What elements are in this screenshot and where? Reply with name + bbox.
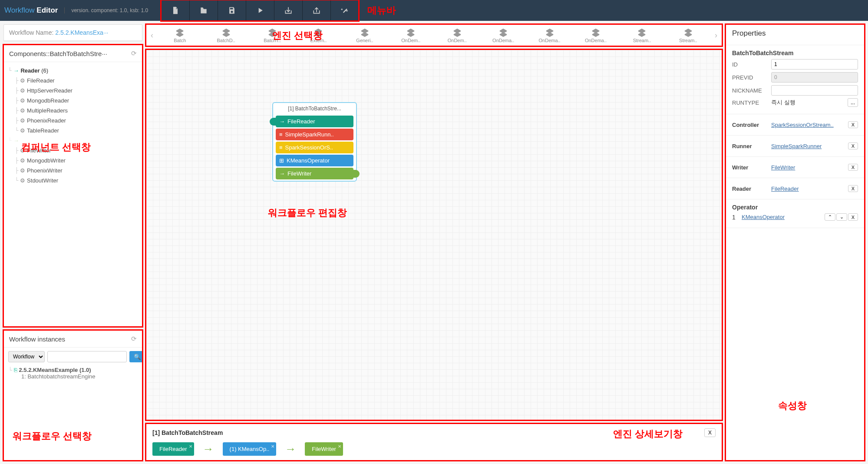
- arrow-icon: →: [285, 442, 296, 456]
- prop-link[interactable]: FileReader: [771, 186, 844, 192]
- open-folder-button[interactable]: [189, 0, 218, 21]
- engine-item[interactable]: OnDema..: [526, 27, 572, 43]
- engine-label: Extern..: [295, 38, 341, 43]
- workflow-name-label: Workflow Name:: [9, 29, 53, 36]
- instances-title: Workflow instances: [9, 335, 65, 343]
- import-button[interactable]: [274, 0, 302, 21]
- workflow-search-input[interactable]: [47, 351, 127, 362]
- engine-prev-button[interactable]: ‹: [148, 31, 156, 40]
- gear-icon: ⚙: [20, 87, 25, 94]
- workflow-instance-item[interactable]: └ ⎘ 2.5.2.KMeansExample (1.0) 1: Batchto…: [8, 367, 138, 380]
- refresh-icon[interactable]: ⟳: [131, 335, 137, 343]
- tree-item[interactable]: ├⚙ PhoenixWriter: [8, 166, 138, 176]
- arrow-in-icon: →: [13, 67, 19, 74]
- engine-icon: [434, 27, 480, 38]
- detail-title: [1] BatchToBatchStream: [152, 429, 223, 436]
- prop-nickname-input[interactable]: [771, 85, 858, 96]
- tree-item[interactable]: └⚙ TableReader: [8, 126, 138, 136]
- prop-link[interactable]: SimpleSparkRunner: [771, 143, 844, 149]
- annotation-properties: 속성창: [778, 399, 807, 412]
- operator-remove-button[interactable]: X: [848, 213, 858, 221]
- engine-item[interactable]: OnDema..: [480, 27, 526, 43]
- workflow-name-panel: Workflow Name: 2.5.2.KMeansExa···: [3, 24, 142, 41]
- prop-remove-button[interactable]: X: [848, 121, 858, 128]
- detail-close-button[interactable]: X: [704, 428, 716, 437]
- engine-item[interactable]: OnDem..: [388, 27, 434, 43]
- workflow-search-button[interactable]: 🔍: [129, 351, 142, 362]
- node-row[interactable]: ≡SimpleSparkRunn..: [276, 129, 353, 140]
- close-icon[interactable]: ✕: [189, 444, 192, 449]
- engine-item[interactable]: OnDema..: [573, 27, 619, 43]
- tree-item[interactable]: └⚙ StdoutWriter: [8, 176, 138, 186]
- gear-icon: ⚙: [20, 157, 25, 164]
- engine-next-button[interactable]: ›: [712, 31, 720, 40]
- run-button[interactable]: [246, 0, 274, 21]
- engine-label: Batch: [157, 38, 203, 43]
- detail-chip[interactable]: FileReader✕: [152, 442, 194, 456]
- play-icon: [256, 6, 264, 15]
- tree-item[interactable]: ├⚙ MongodbWriter: [8, 156, 138, 166]
- engine-icon: [342, 27, 388, 38]
- annotation-workflow-edit: 워크플로우 편집창: [268, 206, 347, 219]
- prop-remove-button[interactable]: X: [848, 185, 858, 192]
- new-file-button[interactable]: [161, 0, 189, 21]
- workflow-node[interactable]: [1] BatchToBatchStre... →FileReader ≡Sim…: [272, 102, 357, 182]
- detail-chip[interactable]: (1) KMeansOp..✕: [223, 442, 277, 456]
- tree-group-reader[interactable]: └→ Reader (6): [8, 66, 138, 76]
- components-panel: Components::BatchToBatchStre··· ⟳ └→ Rea…: [3, 45, 142, 327]
- engine-label: OnDema..: [573, 38, 619, 43]
- tree-item[interactable]: ├⚙ PhoenixReader: [8, 116, 138, 126]
- prop-row-label: Writer: [732, 164, 767, 171]
- import-icon: [284, 6, 293, 15]
- engine-item[interactable]: Generi..: [342, 27, 388, 43]
- prop-remove-button[interactable]: X: [848, 164, 858, 171]
- tree-item[interactable]: ├⚙ MongodbReader: [8, 96, 138, 106]
- node-row[interactable]: →FileReader: [276, 116, 353, 127]
- engine-item[interactable]: BatchT..: [249, 27, 295, 43]
- prop-id-input[interactable]: [771, 59, 858, 70]
- engine-label: BatchT..: [249, 38, 295, 43]
- node-row[interactable]: →FileWriter: [276, 168, 353, 179]
- tree-group-writer[interactable]: └→: [8, 136, 138, 146]
- magic-button[interactable]: [330, 0, 359, 21]
- workflow-filter-select[interactable]: Workflow: [8, 351, 45, 362]
- detail-chip[interactable]: FileWriter✕: [305, 442, 343, 456]
- engine-item[interactable]: Extern..: [295, 27, 341, 43]
- refresh-icon[interactable]: ⟳: [131, 50, 137, 57]
- logo-workflow: Workflow: [4, 6, 35, 14]
- node-row[interactable]: ⊞KMeansOperator: [276, 155, 353, 166]
- prop-operator-label: Operator: [732, 204, 858, 211]
- engine-item[interactable]: Stream..: [619, 27, 665, 43]
- prop-operator-link[interactable]: KMeansOperator: [742, 214, 820, 220]
- node-title: [1] BatchToBatchStre...: [273, 103, 356, 114]
- node-row[interactable]: ≡SparkSessionOrS..: [276, 142, 353, 153]
- close-icon[interactable]: ✕: [338, 444, 341, 449]
- engine-detail-panel: [1] BatchToBatchStream X FileReader✕ → (…: [146, 424, 722, 461]
- tree-item[interactable]: ├⚙ FileReader: [8, 76, 138, 86]
- close-icon[interactable]: ✕: [271, 444, 274, 449]
- prop-remove-button[interactable]: X: [848, 143, 858, 149]
- workflow-canvas[interactable]: [1] BatchToBatchStre... →FileReader ≡Sim…: [146, 50, 722, 420]
- engine-icon: [249, 27, 295, 38]
- save-button[interactable]: [218, 0, 246, 21]
- engine-item[interactable]: Stream..: [665, 27, 711, 43]
- tree-item[interactable]: ├⚙ MultipleReaders: [8, 106, 138, 116]
- tree-item[interactable]: ├⚙ HttpServerReader: [8, 86, 138, 96]
- gear-icon: ⚙: [20, 127, 25, 134]
- runtype-more-button[interactable]: ...: [848, 98, 858, 107]
- export-button[interactable]: [302, 0, 330, 21]
- engine-item[interactable]: Batch: [157, 27, 203, 43]
- engine-item[interactable]: BatchD..: [203, 27, 249, 43]
- prop-link[interactable]: SparkSessionOrStream..: [771, 122, 844, 128]
- arrow-out-icon: →: [13, 137, 19, 144]
- folder-icon: [199, 6, 208, 15]
- engine-label: Stream..: [619, 38, 665, 43]
- engine-selector-bar: ‹ BatchBatchD..BatchT..Extern..Generi..O…: [146, 24, 722, 46]
- prop-previd-input: [771, 72, 858, 83]
- export-icon: [312, 6, 321, 15]
- tree-item[interactable]: ├⚙ FileWriter: [8, 146, 138, 156]
- engine-item[interactable]: OnDem..: [434, 27, 480, 43]
- operator-up-button[interactable]: ⌃: [825, 213, 835, 221]
- operator-down-button[interactable]: ⌄: [836, 213, 847, 221]
- prop-link[interactable]: FileWriter: [771, 164, 844, 171]
